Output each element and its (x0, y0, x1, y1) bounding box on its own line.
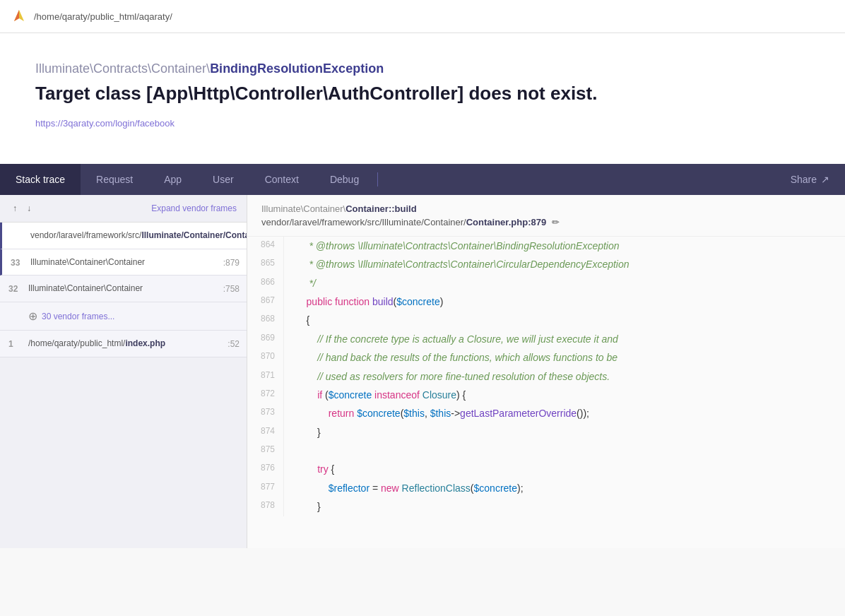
tab-share[interactable]: Share ↗ (775, 164, 845, 195)
code-line-870: 870 // hand back the results of the func… (247, 348, 845, 367)
code-line-865: 865 * @throws \Illuminate\Contracts\Cont… (247, 255, 845, 273)
exception-url-link[interactable]: https://3qaraty.com/login/facebook (35, 118, 175, 129)
app-path: /home/qaraty/public_html/aqaraty/ (34, 11, 172, 22)
share-icon: ↗ (821, 174, 829, 185)
exception-url[interactable]: https://3qaraty.com/login/facebook (35, 117, 810, 129)
frame-file-1: /home/qaraty/public_html/index.php (28, 338, 237, 350)
code-line-874: 874 } (247, 423, 845, 442)
code-line-868: 868 { (247, 311, 845, 329)
svg-marker-1 (14, 10, 19, 21)
code-line-871: 871 // used as resolvers for more fine-t… (247, 367, 845, 386)
expand-vendor-link[interactable]: Expand vendor frames (151, 203, 237, 213)
code-line-875: 875 (247, 442, 845, 460)
stack-panel: ↑ ↓ Expand vendor frames vendor/laravel/… (0, 195, 247, 548)
tab-stack-trace[interactable]: Stack trace (0, 164, 81, 195)
code-line-869: 869 // If the concrete type is actually … (247, 330, 845, 348)
code-line-872: 872 if ($concrete instanceof Closure) { (247, 386, 845, 404)
active-frame-file: vendor/laravel/framework/src/Illuminate/… (30, 230, 237, 242)
error-section: Illuminate\Contracts\Container\BindingRe… (0, 33, 845, 164)
code-line-873: 873 return $concrete($this, $this->getLa… (247, 404, 845, 422)
nav-arrows: ↑ ↓ (10, 202, 34, 215)
frame-number-33: 33 (11, 258, 20, 268)
frame-line-33: :879 (223, 258, 240, 268)
code-panel: Illuminate\Container\Container::build ve… (247, 195, 845, 548)
frame-line-1: :52 (228, 339, 240, 349)
edit-icon[interactable]: ✏ (552, 217, 560, 227)
code-header: Illuminate\Container\Container::build ve… (247, 195, 845, 237)
frame-number-32: 32 (8, 284, 18, 294)
code-line-876: 876 try { (247, 460, 845, 478)
nav-down-arrow[interactable]: ↓ (24, 202, 34, 215)
code-area: 864 * @throws \Illuminate\Contracts\Cont… (247, 237, 845, 548)
frame-number-1: 1 (8, 339, 13, 349)
tab-debug[interactable]: Debug (314, 164, 374, 195)
frame-line-32: :758 (223, 284, 240, 294)
code-line-867: 867 public function build($concrete) (247, 292, 845, 311)
frame-item-33[interactable]: 33 Illuminate\Container\Container :879 (0, 249, 247, 276)
code-line-878: 878 } (247, 497, 845, 516)
tab-request[interactable]: Request (81, 164, 148, 195)
tab-user[interactable]: User (197, 164, 249, 195)
frame-item-32[interactable]: 32 Illuminate\Container\Container :758 (0, 276, 247, 302)
active-frame-item[interactable]: vendor/laravel/framework/src/Illuminate/… (0, 223, 247, 249)
frame-file-33: Illuminate\Container\Container (30, 256, 237, 268)
main-content: ↑ ↓ Expand vendor frames vendor/laravel/… (0, 195, 845, 548)
code-line-866: 866 */ (247, 274, 845, 292)
tab-context[interactable]: Context (249, 164, 314, 195)
vendor-frames-count[interactable]: ⊕ 30 vendor frames... (0, 302, 247, 331)
exception-message: Target class [App\Http\Controller\AuthCo… (35, 82, 810, 106)
tab-app[interactable]: App (148, 164, 197, 195)
plus-icon: ⊕ (28, 309, 37, 323)
tab-divider (377, 172, 378, 186)
stack-panel-header: ↑ ↓ Expand vendor frames (0, 195, 247, 223)
frame-item-1[interactable]: 1 /home/qaraty/public_html/index.php :52 (0, 331, 247, 357)
top-bar: /home/qaraty/public_html/aqaraty/ (0, 0, 845, 33)
code-class-path: Illuminate\Container\Container::build (261, 203, 831, 214)
tab-bar: Stack trace Request App User Context Deb… (0, 164, 845, 195)
code-line-864: 864 * @throws \Illuminate\Contracts\Cont… (247, 237, 845, 255)
code-file-path: vendor/laravel/framework/src/Illuminate/… (261, 217, 831, 227)
code-line-877: 877 $reflector = new ReflectionClass($co… (247, 479, 845, 497)
code-file-prefix: vendor/laravel/framework/src/Illuminate/… (261, 217, 546, 227)
vendor-count-label: 30 vendor frames... (42, 312, 114, 321)
frame-file-32: Illuminate\Container\Container (28, 283, 237, 295)
exception-class: Illuminate\Contracts\Container\BindingRe… (35, 61, 810, 76)
nav-up-arrow[interactable]: ↑ (10, 202, 20, 215)
logo-icon (11, 8, 27, 24)
